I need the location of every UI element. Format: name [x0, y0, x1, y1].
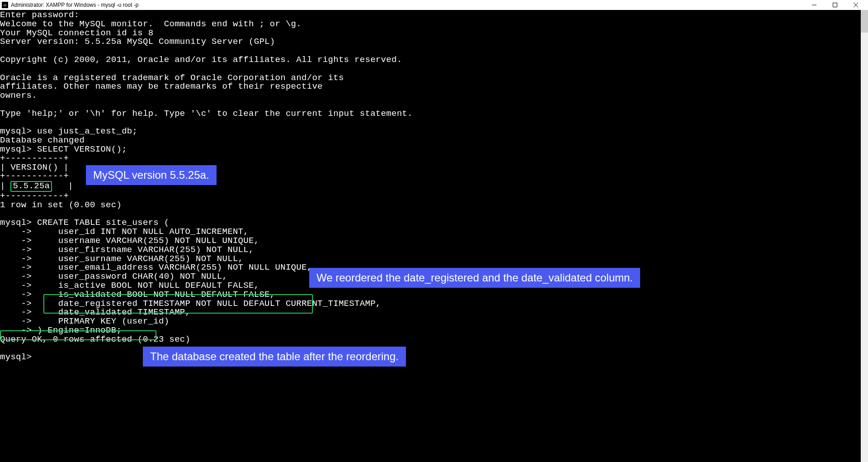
callout-created: The database created the table after the…: [143, 347, 406, 367]
terminal-line: owners.: [0, 91, 868, 100]
terminal-line: [0, 47, 868, 56]
terminal-line: -> PRIMARY KEY (user_id): [0, 317, 868, 326]
callout-version: MySQL version 5.5.25a.: [86, 165, 217, 185]
highlight-query-ok: [0, 330, 156, 340]
highlight-version-value: 5.5.25a: [10, 181, 52, 192]
minimize-button[interactable]: [804, 0, 825, 10]
version-cell-post: |: [52, 181, 73, 191]
terminal-line: Server version: 5.5.25a MySQL Community …: [0, 38, 868, 47]
callout-created-text: The database created the table after the…: [150, 350, 399, 362]
highlight-date-columns: [43, 294, 313, 314]
close-button[interactable]: [845, 0, 866, 10]
maximize-button[interactable]: [825, 0, 845, 10]
scrollbar-vertical[interactable]: [861, 10, 868, 462]
terminal-line: +-----------+: [0, 154, 868, 163]
window-title: Administrator: XAMPP for Windows - mysql…: [11, 2, 804, 8]
terminal-line: Enter password:: [0, 11, 868, 20]
terminal-line: -> user_firstname VARCHAR(255) NOT NULL,: [0, 246, 868, 255]
terminal-line: Type 'help;' or '\h' for help. Type '\c'…: [0, 110, 868, 119]
callout-reorder: We reordered the date_registered and the…: [309, 268, 640, 288]
terminal-line: affiliates. Other names may be trademark…: [0, 82, 868, 91]
window-controls: [804, 0, 866, 10]
terminal-line: 1 row in set (0.00 sec): [0, 201, 868, 210]
callout-reorder-text: We reordered the date_registered and the…: [316, 271, 633, 284]
version-cell-pre: |: [0, 181, 10, 191]
terminal-line: mysql> SELECT VERSION();: [0, 145, 868, 154]
window-titlebar: c\ Administrator: XAMPP for Windows - my…: [0, 0, 868, 10]
terminal-line: mysql>: [0, 353, 868, 362]
cmd-icon: c\: [2, 2, 8, 8]
terminal-line: mysql> use just_a_test_db;: [0, 127, 868, 136]
terminal-line: Welcome to the MySQL monitor. Commands e…: [0, 20, 868, 29]
terminal-line: Database changed: [0, 136, 868, 145]
scrollbar-thumb[interactable]: [861, 10, 868, 33]
terminal-line: [0, 344, 868, 353]
svg-rect-0: [833, 3, 837, 7]
terminal-line: -> username VARCHAR(255) NOT NULL UNIQUE…: [0, 237, 868, 246]
terminal-line: Copyright (c) 2000, 2011, Oracle and/or …: [0, 56, 868, 65]
terminal-line: +-----------+: [0, 192, 868, 201]
callout-version-text: MySQL version 5.5.25a.: [93, 169, 209, 181]
terminal-line: -> user_id INT NOT NULL AUTO_INCREMENT,: [0, 228, 868, 237]
terminal-line: [0, 65, 868, 74]
terminal-line: [0, 100, 868, 110]
